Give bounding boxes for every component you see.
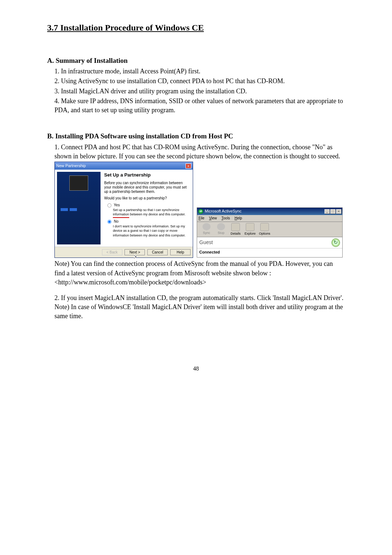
window-title-text: Microsoft ActiveSync — [205, 208, 324, 214]
subsection-b-body: 1. Connect PDA and host PC that has CD-R… — [47, 143, 345, 161]
list-item: 3. Install MagicLAN driver and utility p… — [54, 87, 345, 96]
toolbar-details-button[interactable]: Details — [228, 223, 243, 236]
menu-help[interactable]: Help — [234, 216, 242, 220]
list-item: 2. Using ActiveSync to use installation … — [54, 77, 345, 86]
paragraph: Note) You can find the connection proces… — [54, 259, 345, 278]
cancel-button[interactable]: Cancel — [147, 249, 168, 255]
next-button[interactable]: Next > — [124, 249, 145, 255]
dialog-title-text: New Partnership — [56, 163, 185, 169]
toolbar-options-button[interactable]: Options — [257, 223, 272, 236]
activesync-icon: ⇄ — [198, 209, 203, 214]
explore-icon — [246, 223, 254, 231]
minimize-icon[interactable]: _ — [324, 209, 330, 214]
paragraph: 1. Connect PDA and host PC that has CD-R… — [54, 143, 345, 161]
status-guest-row: Guest ↻ — [197, 237, 342, 248]
dialog-button-row: < Back Next > Cancel Help — [55, 247, 193, 258]
dialog-sidebar-graphic — [57, 172, 101, 244]
menu-view[interactable]: View — [209, 216, 217, 220]
close-icon[interactable]: × — [185, 163, 191, 169]
pda-icon — [69, 175, 88, 191]
menu-bar: File View Tools Help — [197, 215, 342, 222]
toolbar: Sync Stop Details Explore Options — [197, 222, 342, 238]
section-heading: 3.7 Installation Procedure of Windows CE — [47, 22, 345, 34]
status-connected-row: Connected — [197, 248, 342, 257]
paragraph: Note) In case of WindowsCE 'Install Magi… — [54, 303, 345, 321]
activesync-window: ⇄ Microsoft ActiveSync _ □ × File View T… — [197, 207, 343, 258]
list-item: 4. Make sure IP address, DNS information… — [54, 97, 345, 115]
menu-file[interactable]: File — [199, 216, 204, 220]
close-icon[interactable]: × — [336, 209, 341, 214]
list-item: 1. In infrastructure mode, install Acces… — [54, 67, 345, 76]
window-titlebar: ⇄ Microsoft ActiveSync _ □ × — [197, 208, 342, 215]
details-icon — [231, 223, 240, 231]
sync-icon — [203, 223, 211, 230]
dialog-text: Before you can synchronize information b… — [104, 181, 191, 194]
toolbar-sync-button: Sync — [199, 223, 214, 236]
dialog-titlebar: New Partnership × — [55, 162, 193, 170]
subsection-b-title: B. Installing PDA Software using install… — [47, 131, 345, 141]
subsection-a-title: A. Summary of Installation — [47, 56, 345, 66]
radio-yes-desc: Set up a partnership so that I can synch… — [107, 208, 191, 218]
toolbar-explore-button[interactable]: Explore — [243, 223, 257, 236]
help-button[interactable]: Help — [170, 249, 191, 255]
url-text: <http://www.microsoft.com/mobile/pocketp… — [54, 278, 345, 287]
sync-status-icon: ↻ — [331, 238, 340, 247]
subsection-a-body: 1. In infrastructure mode, install Acces… — [47, 67, 345, 115]
dialog-heading: Set Up a Partnership — [104, 172, 191, 178]
stop-icon — [217, 223, 225, 230]
back-button: < Back — [102, 249, 122, 255]
page-number: 48 — [47, 365, 345, 373]
radio-no-desc: I don't want to synchronize information.… — [107, 224, 191, 238]
menu-tools[interactable]: Tools — [221, 216, 230, 220]
new-partnership-dialog: New Partnership × Set Up a Partnership B… — [54, 162, 193, 258]
status-guest-label: Guest — [199, 239, 331, 246]
toolbar-stop-button: Stop — [214, 223, 228, 236]
radio-no[interactable]: No — [107, 219, 191, 224]
paragraph: 2. If you insert MagicLAN installation C… — [54, 293, 345, 303]
screenshot-row: New Partnership × Set Up a Partnership B… — [47, 162, 345, 258]
dialog-text: Would you like to set up a partnership? — [104, 196, 191, 200]
after-screenshot-body: Note) You can find the connection proces… — [47, 259, 345, 321]
radio-yes[interactable]: Yes — [107, 203, 191, 208]
decor-icon — [70, 208, 77, 211]
highlight-underline: information — [113, 212, 129, 218]
maximize-icon: □ — [330, 209, 335, 214]
decor-icon — [61, 208, 68, 211]
options-icon — [260, 223, 269, 231]
